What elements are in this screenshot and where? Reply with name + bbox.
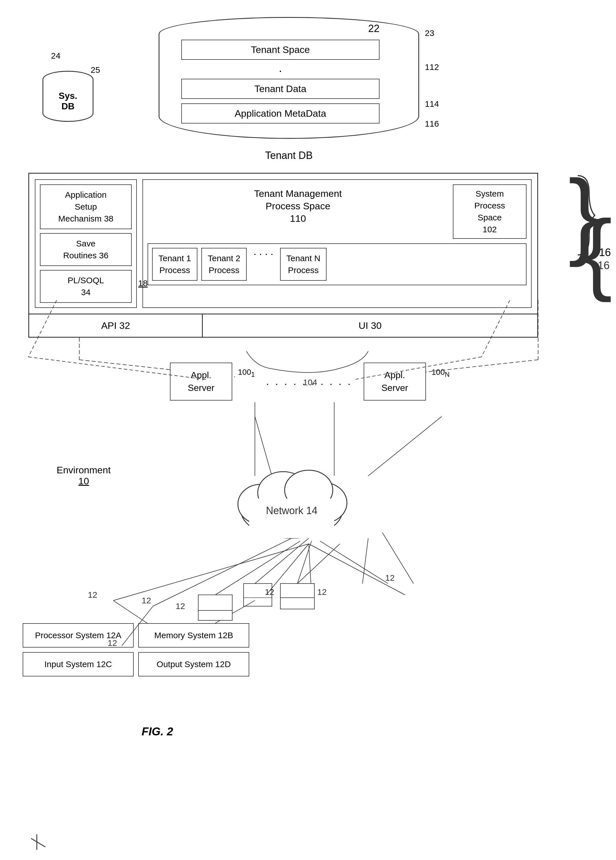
svg-line-45 [297,541,312,584]
svg-line-13 [382,532,414,584]
svg-line-25 [266,544,309,595]
label-23: 23 [425,28,434,38]
svg-line-9 [368,416,442,476]
tenant-space-box: Tenant Space [181,40,379,60]
svg-line-19 [215,601,255,623]
svg-rect-14 [244,584,272,606]
tenant-db-section: Tenant Space · Tenant Data Application M… [158,17,436,153]
num-22: 22 [368,23,379,35]
app-setup-box: ApplicationSetupMechanism 38 [40,184,132,229]
api-ui-bar: API 32 UI 30 [29,314,537,337]
svg-text:12: 12 [265,587,274,596]
tenant-data-box: Tenant Data [181,79,379,99]
svg-text:Network 14: Network 14 [266,505,318,516]
svg-line-11 [297,544,340,584]
computer-components: Processor System 12A Memory System 12B I… [23,623,249,676]
right-panel: Tenant ManagementProcess Space110 System… [143,179,531,308]
svg-line-26 [309,544,312,595]
svg-line-43 [153,538,292,606]
num-100-1: 1001 [238,368,255,378]
app-server-n-box: Appl.Server [364,363,426,400]
env-num: 10 [78,476,89,486]
svg-text:12: 12 [385,573,395,582]
svg-line-44 [215,541,300,595]
server-box: ApplicationSetupMechanism 38 SaveRoutine… [28,173,538,337]
num-100-n: 100N [432,368,450,378]
right-brace: } [568,173,600,255]
server-dots: . . . . . . . . . . [266,376,352,388]
num-24: 24 [51,51,60,61]
svg-text:12: 12 [176,601,185,611]
tenant-db-cylinder: Tenant Space · Tenant Data Application M… [158,17,419,147]
tenant2-proc-box: Tenant 2Process [201,248,247,281]
tenant-processes-row: Tenant 1Process Tenant 2Process · · · · … [147,243,527,285]
api-section: API 32 [29,314,203,337]
svg-line-12 [362,538,368,584]
environment-label: Environment10 [56,465,111,486]
input-box: Input System 12C [23,652,134,676]
app-server-1-area: Appl.Server 1001 . . . . . . . . . . App… [170,363,450,400]
comp-grid: Processor System 12A Memory System 12B I… [23,623,249,676]
sys-db-section: 24 25 Sys.DB [34,62,102,127]
tenant-mgmt-box: Tenant ManagementProcess Space110 [147,184,448,239]
ui-section: UI 30 [203,314,537,337]
tenant1-proc-box: Tenant 1Process [152,248,197,281]
svg-line-24 [113,544,309,601]
svg-rect-47 [198,595,232,620]
tenantN-proc-box: Tenant NProcess [280,248,326,281]
svg-line-46 [320,541,388,584]
network-cloud: Network 14 [221,459,362,545]
svg-text:12: 12 [88,590,97,599]
tenant-db-label: Tenant DB [158,149,419,162]
process-dots: · · · · [251,248,276,260]
fig-label: FIG. 2 [142,725,173,738]
label-116: 116 [425,119,439,129]
left-panel: ApplicationSetupMechanism 38 SaveRoutine… [35,179,137,308]
output-box: Output System 12D [138,652,249,676]
label-112: 112 [425,62,439,72]
label-114: 114 [425,99,439,109]
svg-text:12: 12 [317,587,326,596]
num-18: 18 [138,278,147,288]
db-inner-content: Tenant Space · Tenant Data Application M… [181,40,379,128]
svg-rect-49 [281,584,314,609]
db-dots: · [181,64,379,77]
top-row: Tenant ManagementProcess Space110 System… [147,184,527,239]
memory-box: Memory System 12B [138,623,249,648]
svg-text:12: 12 [142,596,151,605]
server-inner: ApplicationSetupMechanism 38 SaveRoutine… [29,174,537,314]
svg-line-27 [309,544,405,595]
system-process-box: SystemProcessSpace102 [453,184,527,239]
sys-db-cylinder: Sys.DB [42,71,94,127]
sys-db-label: Sys.DB [42,91,94,111]
svg-line-28 [31,838,45,847]
num-16: 16 [599,246,611,259]
save-routines-box: SaveRoutines 36 [40,233,132,266]
svg-line-18 [113,601,147,623]
svg-rect-15 [286,584,314,606]
svg-line-10 [255,538,309,584]
app-metadata-box: Application MetaData [181,104,379,124]
processor-box: Processor System 12A [23,623,134,648]
app-server-1-box: Appl.Server [170,363,232,400]
svg-rect-35 [249,499,334,538]
plsoql-box: PL/SOQL34 [40,270,132,303]
